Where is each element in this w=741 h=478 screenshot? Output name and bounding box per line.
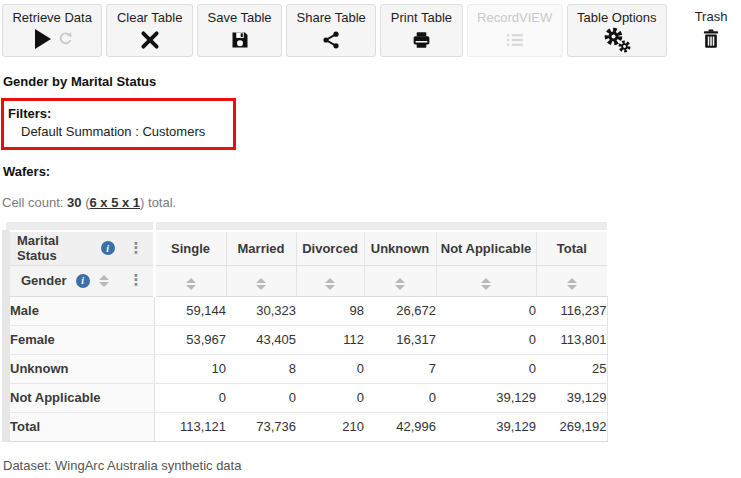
trash-label: Trash [695,9,728,24]
retrieve-data-label: Retrieve Data [12,10,91,25]
clear-table-button[interactable]: Clear Table [106,4,193,57]
data-cell: 0 [296,383,364,412]
table-total-row: Total 113,121 73,736 210 42,996 39,129 2… [6,412,607,441]
info-icon[interactable]: i [76,274,90,288]
clear-table-label: Clear Table [117,10,183,25]
footer: Dataset: WingArc Australia synthetic dat… [3,455,741,478]
print-table-label: Print Table [391,10,452,25]
x-icon [140,27,160,53]
toolbar: Retrieve Data Clear Table Save Table [0,0,741,57]
column-header[interactable]: Married [226,231,296,265]
data-cell: 269,192 [536,412,607,441]
kebab-menu-icon[interactable]: ⋮ [127,241,146,256]
row-label: Male [6,296,154,325]
sort-icon[interactable] [567,278,577,290]
data-cell: 0 [436,296,536,325]
col-dimension-cell: Marital Status i ⋮ [6,231,154,265]
column-header-row: Marital Status i ⋮ Single Married Divorc… [6,231,607,265]
col-dimension-label: Marital Status [17,233,95,263]
cell-count-value: 30 [67,195,81,210]
row-dimension-cell: Gender i ⋮ [6,265,154,296]
table-top-strip [6,222,607,231]
table-row: Not Applicable 0 0 0 0 39,129 39,129 [6,383,607,412]
data-cell: 59,144 [154,296,226,325]
table-row: Female 53,967 43,405 112 16,317 0 113,80… [6,325,607,354]
sort-icon[interactable] [325,278,335,290]
data-cell: 0 [436,325,536,354]
cell-count-line: Cell count: 30 (6 x 5 x 1) total. [2,195,741,210]
trash-icon [701,26,721,52]
list-icon [505,27,525,53]
save-table-button[interactable]: Save Table [197,4,282,57]
data-cell: 0 [436,354,536,383]
share-table-button[interactable]: Share Table [286,4,376,57]
printer-icon [411,27,432,53]
refresh-icon [58,31,73,49]
cell-dimensions-link[interactable]: 6 x 5 x 1 [89,195,140,210]
wafers-heading: Wafers: [3,164,741,179]
trash-button[interactable]: Trash [681,4,741,57]
row-label: Female [6,325,154,354]
sort-icon[interactable] [186,278,196,290]
column-header[interactable]: Not Applicable [436,231,536,265]
data-cell: 30,323 [226,296,296,325]
share-icon [321,27,341,53]
gears-icon [602,27,632,53]
dataset-note: Dataset: WingArc Australia synthetic dat… [3,455,741,477]
data-cell: 39,129 [436,412,536,441]
row-label: Not Applicable [6,383,154,412]
data-cell: 0 [226,383,296,412]
data-cell: 73,736 [226,412,296,441]
play-icon [31,27,53,54]
print-table-button[interactable]: Print Table [380,4,462,57]
data-cell: 43,405 [226,325,296,354]
data-cell: 39,129 [536,383,607,412]
row-label: Total [6,412,154,441]
filters-heading: Filters: [8,106,205,121]
data-cell: 8 [226,354,296,383]
row-dimension-row: Gender i ⋮ [6,265,607,296]
data-cell: 25 [536,354,607,383]
data-cell: 16,317 [364,325,436,354]
kebab-menu-icon[interactable]: ⋮ [127,273,146,288]
data-cell: 210 [296,412,364,441]
save-table-label: Save Table [207,10,271,25]
data-cell: 113,121 [154,412,226,441]
retrieve-data-button[interactable]: Retrieve Data [2,4,102,57]
data-cell: 26,672 [364,296,436,325]
data-cell: 10 [154,354,226,383]
row-dimension-label: Gender [21,273,67,288]
cell-count-prefix: Cell count: [2,195,67,210]
data-cell: 116,237 [536,296,607,325]
table-row: Male 59,144 30,323 98 26,672 0 116,237 [6,296,607,325]
data-cell: 112 [296,325,364,354]
filters-highlight-box: Filters: Default Summation : Customers [1,98,236,150]
sort-icon[interactable] [256,278,266,290]
data-cell: 113,801 [536,325,607,354]
sort-icon[interactable] [99,275,109,287]
filter-item: Default Summation : Customers [21,124,205,139]
floppy-icon [230,27,250,53]
cell-count-suffix: total. [148,195,176,210]
crosstab-table: Marital Status i ⋮ Single Married Divorc… [2,222,608,442]
data-cell: 42,996 [364,412,436,441]
recordview-button: RecordVIEW [467,4,563,57]
row-label: Unknown [6,354,154,383]
column-header[interactable]: Unknown [364,231,436,265]
data-cell: 0 [364,383,436,412]
table-options-label: Table Options [577,10,657,25]
data-cell: 39,129 [436,383,536,412]
sort-icon[interactable] [481,278,491,290]
info-icon[interactable]: i [101,241,115,255]
column-header[interactable]: Total [536,231,607,265]
data-cell: 98 [296,296,364,325]
data-cell: 53,967 [154,325,226,354]
recordview-label: RecordVIEW [477,10,552,25]
column-header[interactable]: Single [154,231,226,265]
data-cell: 0 [296,354,364,383]
cell-count-paren-close: ) [140,195,148,210]
sort-icon[interactable] [395,278,405,290]
table-options-button[interactable]: Table Options [567,4,667,57]
table-row: Unknown 10 8 0 7 0 25 [6,354,607,383]
column-header[interactable]: Divorced [296,231,364,265]
